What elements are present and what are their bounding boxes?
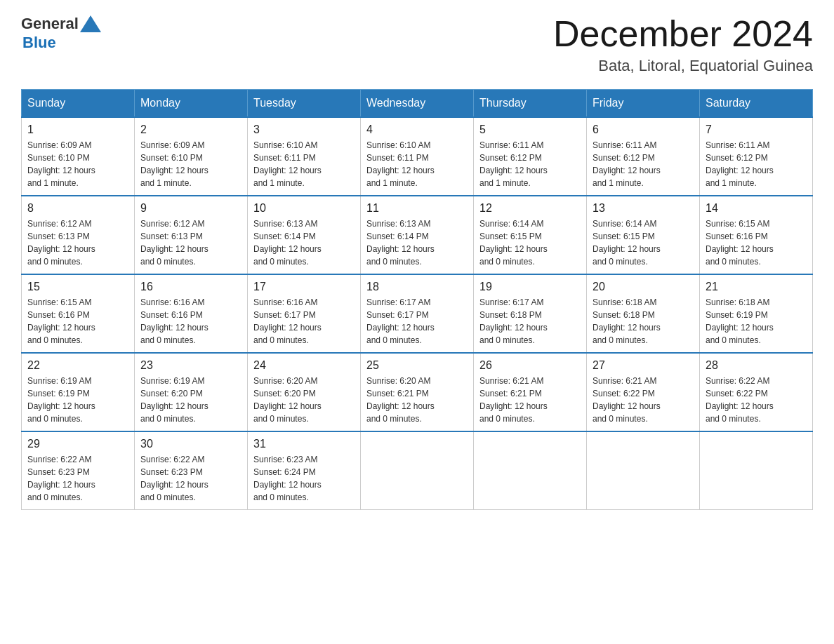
day-info: Sunrise: 6:11 AM Sunset: 6:12 PM Dayligh… [593, 139, 694, 189]
day-number: 30 [140, 438, 241, 450]
calendar-day-cell: 16 Sunrise: 6:16 AM Sunset: 6:16 PM Dayl… [135, 274, 248, 353]
logo-text-general: General [21, 15, 79, 33]
calendar-day-cell: 17 Sunrise: 6:16 AM Sunset: 6:17 PM Dayl… [248, 274, 361, 353]
calendar-day-cell: 21 Sunrise: 6:18 AM Sunset: 6:19 PM Dayl… [700, 274, 813, 353]
calendar-header-tuesday: Tuesday [248, 90, 361, 118]
day-number: 6 [593, 123, 694, 136]
day-info: Sunrise: 6:18 AM Sunset: 6:18 PM Dayligh… [593, 296, 694, 347]
calendar-day-cell: 12 Sunrise: 6:14 AM Sunset: 6:15 PM Dayl… [474, 196, 587, 274]
calendar-day-cell: 28 Sunrise: 6:22 AM Sunset: 6:22 PM Dayl… [700, 353, 813, 431]
day-info: Sunrise: 6:14 AM Sunset: 6:15 PM Dayligh… [593, 217, 694, 268]
day-number: 21 [706, 281, 807, 293]
calendar-day-cell [474, 431, 587, 510]
calendar-day-cell: 24 Sunrise: 6:20 AM Sunset: 6:20 PM Dayl… [248, 353, 361, 431]
title-section: December 2024 Bata, Litoral, Equatorial … [553, 14, 813, 75]
day-number: 5 [479, 123, 581, 136]
day-info: Sunrise: 6:20 AM Sunset: 6:21 PM Dayligh… [366, 375, 468, 425]
day-number: 31 [253, 438, 355, 450]
calendar-week-row: 1 Sunrise: 6:09 AM Sunset: 6:10 PM Dayli… [22, 117, 813, 196]
day-info: Sunrise: 6:15 AM Sunset: 6:16 PM Dayligh… [706, 217, 807, 268]
day-info: Sunrise: 6:22 AM Sunset: 6:23 PM Dayligh… [140, 453, 241, 504]
calendar-day-cell: 1 Sunrise: 6:09 AM Sunset: 6:10 PM Dayli… [22, 117, 135, 196]
calendar-day-cell [587, 431, 700, 510]
day-number: 2 [140, 123, 241, 136]
day-info: Sunrise: 6:17 AM Sunset: 6:18 PM Dayligh… [479, 296, 581, 347]
day-info: Sunrise: 6:16 AM Sunset: 6:17 PM Dayligh… [253, 296, 355, 347]
day-info: Sunrise: 6:13 AM Sunset: 6:14 PM Dayligh… [253, 217, 355, 268]
calendar-header-monday: Monday [135, 90, 248, 118]
day-number: 8 [27, 202, 128, 215]
calendar-day-cell: 26 Sunrise: 6:21 AM Sunset: 6:21 PM Dayl… [474, 353, 587, 431]
day-info: Sunrise: 6:12 AM Sunset: 6:13 PM Dayligh… [140, 217, 241, 268]
calendar-week-row: 29 Sunrise: 6:22 AM Sunset: 6:23 PM Dayl… [22, 431, 813, 510]
day-info: Sunrise: 6:21 AM Sunset: 6:22 PM Dayligh… [593, 375, 694, 425]
logo-triangle-icon [80, 13, 101, 34]
day-number: 24 [253, 359, 355, 372]
calendar-day-cell: 25 Sunrise: 6:20 AM Sunset: 6:21 PM Dayl… [361, 353, 474, 431]
day-number: 9 [140, 202, 241, 215]
day-number: 10 [253, 202, 355, 215]
day-number: 11 [366, 202, 468, 215]
calendar-header-saturday: Saturday [700, 90, 813, 118]
day-number: 17 [253, 281, 355, 293]
calendar-day-cell: 29 Sunrise: 6:22 AM Sunset: 6:23 PM Dayl… [22, 431, 135, 510]
calendar-day-cell: 5 Sunrise: 6:11 AM Sunset: 6:12 PM Dayli… [474, 117, 587, 196]
calendar-header-sunday: Sunday [22, 90, 135, 118]
calendar-day-cell: 18 Sunrise: 6:17 AM Sunset: 6:17 PM Dayl… [361, 274, 474, 353]
day-number: 14 [706, 202, 807, 215]
day-number: 16 [140, 281, 241, 293]
day-info: Sunrise: 6:11 AM Sunset: 6:12 PM Dayligh… [479, 139, 581, 189]
calendar-day-cell: 11 Sunrise: 6:13 AM Sunset: 6:14 PM Dayl… [361, 196, 474, 274]
calendar-day-cell: 4 Sunrise: 6:10 AM Sunset: 6:11 PM Dayli… [361, 117, 474, 196]
day-number: 13 [593, 202, 694, 215]
location-title: Bata, Litoral, Equatorial Guinea [553, 57, 813, 75]
day-info: Sunrise: 6:19 AM Sunset: 6:20 PM Dayligh… [140, 375, 241, 425]
day-number: 28 [706, 359, 807, 372]
calendar-day-cell: 14 Sunrise: 6:15 AM Sunset: 6:16 PM Dayl… [700, 196, 813, 274]
calendar-table: SundayMondayTuesdayWednesdayThursdayFrid… [21, 89, 813, 510]
day-number: 23 [140, 359, 241, 372]
day-info: Sunrise: 6:13 AM Sunset: 6:14 PM Dayligh… [366, 217, 468, 268]
calendar-day-cell [700, 431, 813, 510]
day-info: Sunrise: 6:09 AM Sunset: 6:10 PM Dayligh… [140, 139, 241, 189]
logo: General Blue [21, 14, 101, 52]
day-info: Sunrise: 6:22 AM Sunset: 6:22 PM Dayligh… [706, 375, 807, 425]
day-info: Sunrise: 6:17 AM Sunset: 6:17 PM Dayligh… [366, 296, 468, 347]
calendar-day-cell: 6 Sunrise: 6:11 AM Sunset: 6:12 PM Dayli… [587, 117, 700, 196]
calendar-header-friday: Friday [587, 90, 700, 118]
calendar-day-cell: 22 Sunrise: 6:19 AM Sunset: 6:19 PM Dayl… [22, 353, 135, 431]
day-number: 20 [593, 281, 694, 293]
day-info: Sunrise: 6:14 AM Sunset: 6:15 PM Dayligh… [479, 217, 581, 268]
day-info: Sunrise: 6:23 AM Sunset: 6:24 PM Dayligh… [253, 453, 355, 504]
day-info: Sunrise: 6:11 AM Sunset: 6:12 PM Dayligh… [706, 139, 807, 189]
day-info: Sunrise: 6:18 AM Sunset: 6:19 PM Dayligh… [706, 296, 807, 347]
day-number: 1 [27, 123, 128, 136]
day-info: Sunrise: 6:20 AM Sunset: 6:20 PM Dayligh… [253, 375, 355, 425]
calendar-day-cell: 20 Sunrise: 6:18 AM Sunset: 6:18 PM Dayl… [587, 274, 700, 353]
calendar-day-cell: 15 Sunrise: 6:15 AM Sunset: 6:16 PM Dayl… [22, 274, 135, 353]
calendar-day-cell: 10 Sunrise: 6:13 AM Sunset: 6:14 PM Dayl… [248, 196, 361, 274]
calendar-header-thursday: Thursday [474, 90, 587, 118]
calendar-day-cell: 23 Sunrise: 6:19 AM Sunset: 6:20 PM Dayl… [135, 353, 248, 431]
day-number: 12 [479, 202, 581, 215]
calendar-header-wednesday: Wednesday [361, 90, 474, 118]
day-info: Sunrise: 6:09 AM Sunset: 6:10 PM Dayligh… [27, 139, 128, 189]
calendar-day-cell: 13 Sunrise: 6:14 AM Sunset: 6:15 PM Dayl… [587, 196, 700, 274]
day-number: 19 [479, 281, 581, 293]
calendar-day-cell: 9 Sunrise: 6:12 AM Sunset: 6:13 PM Dayli… [135, 196, 248, 274]
day-number: 3 [253, 123, 355, 136]
day-info: Sunrise: 6:21 AM Sunset: 6:21 PM Dayligh… [479, 375, 581, 425]
calendar-day-cell: 7 Sunrise: 6:11 AM Sunset: 6:12 PM Dayli… [700, 117, 813, 196]
svg-marker-0 [80, 15, 101, 32]
day-number: 27 [593, 359, 694, 372]
logo-text-blue: Blue [22, 34, 56, 51]
calendar-header-row: SundayMondayTuesdayWednesdayThursdayFrid… [22, 90, 813, 118]
calendar-day-cell: 30 Sunrise: 6:22 AM Sunset: 6:23 PM Dayl… [135, 431, 248, 510]
day-number: 4 [366, 123, 468, 136]
day-info: Sunrise: 6:10 AM Sunset: 6:11 PM Dayligh… [253, 139, 355, 189]
calendar-day-cell [361, 431, 474, 510]
calendar-day-cell: 27 Sunrise: 6:21 AM Sunset: 6:22 PM Dayl… [587, 353, 700, 431]
calendar-week-row: 22 Sunrise: 6:19 AM Sunset: 6:19 PM Dayl… [22, 353, 813, 431]
day-number: 22 [27, 359, 128, 372]
day-info: Sunrise: 6:22 AM Sunset: 6:23 PM Dayligh… [27, 453, 128, 504]
